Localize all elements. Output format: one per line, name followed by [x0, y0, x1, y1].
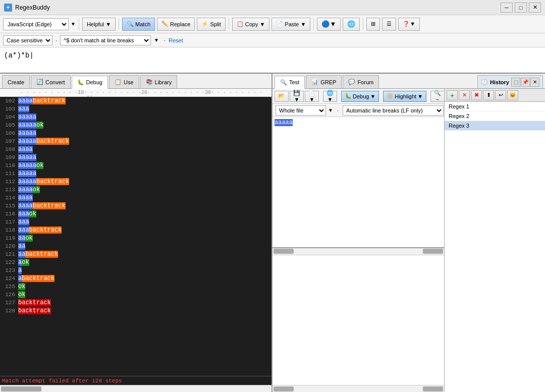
code-token: aa: [18, 235, 25, 242]
help-button[interactable]: ❓▼: [398, 18, 420, 31]
open-file-button[interactable]: 📂: [275, 91, 289, 102]
history-pin-button[interactable]: 📌: [521, 78, 530, 87]
code-token: aaa: [18, 210, 29, 217]
helpful-button[interactable]: Helpful ▼: [82, 18, 116, 31]
helpful-arrow: ▼: [105, 21, 111, 27]
left-hscrollbar[interactable]: [0, 385, 271, 392]
tab-forum[interactable]: 💬 Forum: [343, 75, 379, 88]
line-content: aok: [18, 258, 29, 266]
debug-dropdown-button[interactable]: 🐛 Debug ▼: [341, 91, 379, 102]
new-button[interactable]: 📄▼: [305, 91, 319, 102]
table-row: 121aabacktrack: [0, 250, 271, 258]
table-row: 104aaaaa: [0, 113, 271, 121]
table-row: 116aaaok: [0, 210, 271, 218]
tab-convert[interactable]: 🔄 Convert: [31, 75, 71, 88]
test-content-upper[interactable]: aaaaa: [272, 117, 444, 248]
test-hscrollbar-top-thumb2[interactable]: [423, 249, 443, 254]
copy-button[interactable]: 📋 Copy ▼: [232, 18, 270, 31]
nav-prev-button[interactable]: 🔵▼: [317, 18, 341, 31]
table-row: 107aaaaabacktrack: [0, 137, 271, 145]
paste-button[interactable]: 📄 Paste ▼: [271, 18, 310, 31]
history-prev-button[interactable]: ↩: [495, 90, 506, 100]
list-item[interactable]: Regex 1: [445, 102, 545, 111]
case-select[interactable]: Case sensitive: [3, 35, 52, 45]
history-restore-button[interactable]: ⬚: [511, 78, 520, 87]
highlight-label: Highlight: [395, 93, 416, 99]
close-button[interactable]: ✕: [529, 3, 541, 13]
left-tab-bar: Create 🔄 Convert 🐛 Debug 📋 Use 📚 Library: [0, 74, 271, 89]
tab-grep[interactable]: 📊 GREP: [306, 75, 342, 88]
code-token: aaaaa: [18, 162, 36, 169]
list-view-button[interactable]: ☰: [382, 18, 396, 31]
history-delete-all-button[interactable]: ✖: [471, 90, 482, 100]
code-token: backtrack: [18, 299, 51, 306]
tab-create[interactable]: Create: [2, 75, 30, 88]
code-token: aaaa: [18, 194, 33, 201]
table-row: 110aaaaaok: [0, 161, 271, 170]
line-content: backtrack: [18, 307, 51, 315]
code-area[interactable]: 102aaaabacktrack103aaa104aaaaa105aaaaaok…: [0, 97, 271, 376]
history-add-button[interactable]: +: [447, 90, 458, 100]
table-row: 103aaa: [0, 105, 271, 113]
line-number: 120: [0, 242, 18, 250]
test-hscrollbar-top-thumb[interactable]: [274, 249, 294, 254]
line-number: 112: [0, 178, 18, 186]
test-hscrollbar-bottom-thumb[interactable]: [274, 386, 294, 391]
tab-use[interactable]: 📋 Use: [109, 75, 139, 88]
code-token: ok: [18, 291, 25, 298]
test-hscrollbar-bottom-thumb2[interactable]: [423, 386, 443, 391]
code-token: aaaa: [18, 186, 33, 193]
replace-button[interactable]: ✏️ Replace: [157, 18, 195, 31]
minimize-button[interactable]: ─: [501, 3, 513, 13]
history-up-button[interactable]: ⬆: [483, 90, 494, 100]
whole-file-select[interactable]: Whole file: [276, 105, 326, 116]
tab-debug[interactable]: 🐛 Debug: [72, 76, 108, 89]
nav-next-button[interactable]: 🌐: [343, 18, 360, 31]
list-item[interactable]: Regex 3: [445, 121, 545, 131]
line-breaks-select[interactable]: Automatic line breaks (LF only): [343, 105, 444, 116]
line-content: aabacktrack: [18, 250, 58, 258]
history-close-button[interactable]: ✕: [530, 78, 539, 87]
history-cat-button[interactable]: 🐱: [507, 90, 518, 100]
options-toolbar: Case sensitive · ^$ don't match at line …: [0, 33, 545, 47]
regex-input[interactable]: [4, 51, 541, 60]
match-button[interactable]: 🔍 Match: [122, 18, 155, 31]
test-hscrollbar-top[interactable]: [272, 248, 444, 255]
tab-test[interactable]: 🔍 Test: [275, 76, 305, 89]
table-row: 126ok: [0, 291, 271, 299]
match-icon: 🔍: [127, 21, 134, 27]
window-controls: ─ □ ✕: [501, 3, 541, 13]
line-number: 123: [0, 266, 18, 274]
code-token: backtrack: [22, 275, 54, 282]
tab-library[interactable]: 📚 Library: [140, 75, 178, 88]
reset-link[interactable]: Reset: [169, 37, 183, 43]
line-content: aaaa: [18, 194, 33, 202]
language-select[interactable]: JavaScript (Edge): [3, 18, 69, 30]
code-token: backtrack: [29, 227, 62, 234]
line-number: 116: [0, 210, 18, 218]
highlight-button[interactable]: 🔆 Highlight ▼: [383, 91, 426, 102]
line-number: 105: [0, 121, 18, 129]
list-item[interactable]: Regex 2: [445, 111, 545, 121]
test-hscrollbar-bottom[interactable]: [272, 385, 444, 392]
grid-view-button[interactable]: ⊞: [366, 18, 380, 31]
zoom-out-button[interactable]: 🔍−: [430, 91, 444, 102]
line-number: 128: [0, 307, 18, 315]
split-button[interactable]: ⚡ Split: [197, 18, 225, 31]
code-token: aaaaa: [18, 178, 36, 185]
save-button[interactable]: 💾▼: [290, 91, 304, 102]
left-hscrollbar-thumb[interactable]: [1, 386, 41, 391]
code-token: aaaaa: [18, 138, 36, 145]
table-row: 106aaaaa: [0, 129, 271, 137]
paste-arrow: ▼: [301, 21, 306, 27]
test-content-lower[interactable]: [272, 255, 444, 385]
code-token: aaa: [18, 227, 29, 234]
nav-button[interactable]: 🌐▼: [323, 91, 337, 102]
line-content: backtrack: [18, 299, 51, 307]
table-row: 124abacktrack: [0, 274, 271, 283]
maximize-button[interactable]: □: [515, 3, 527, 13]
dot-select[interactable]: ^$ don't match at line breaks: [60, 35, 151, 45]
sep4: [313, 18, 314, 30]
sep5: [363, 18, 363, 30]
history-delete-button[interactable]: ✕: [459, 90, 470, 100]
